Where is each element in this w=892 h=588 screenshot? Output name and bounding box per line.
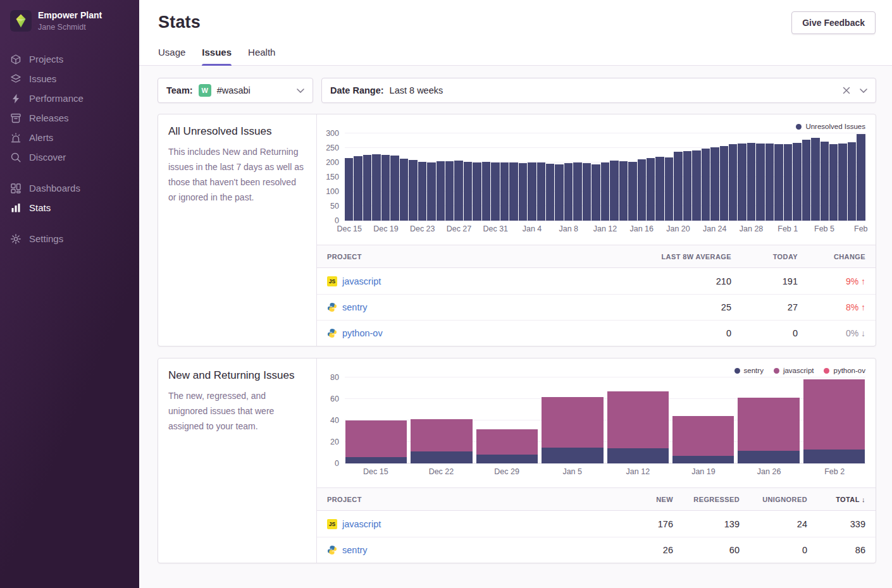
unresolved-bar [702,149,710,221]
unresolved-bar [390,156,399,221]
unresolved-bar [765,144,774,221]
legend-item[interactable]: javascript [774,365,814,376]
sidebar-item-stats[interactable]: Stats [10,198,129,217]
content-scroll[interactable]: Team: W #wasabi Date Range: Last 8 weeks… [139,66,892,588]
unresolved-bar [583,163,591,221]
trend-up-icon: ↑ [861,276,865,286]
project-link[interactable]: javascript [342,519,381,529]
x-axis-label: Feb 1 [777,224,798,233]
sidebar-item-releases[interactable]: Releases [10,108,129,128]
regressed-cell: 139 [673,519,740,529]
x-axis: Dec 15Dec 19Dec 23Dec 27Dec 31Jan 4Jan 8… [345,224,865,238]
sidebar-item-label: Settings [29,233,63,244]
x-axis-label: Dec 31 [483,224,508,233]
unresolved-bar [802,140,810,221]
sidebar-item-issues[interactable]: Issues [10,69,129,89]
x-axis-label: Jan 20 [666,224,690,233]
legend-item[interactable]: sentry [734,365,764,376]
project-link[interactable]: javascript [342,276,381,286]
unresolved-bar [665,157,673,221]
tab-issues[interactable]: Issues [202,47,232,65]
sidebar-item-label: Stats [29,202,51,213]
sentry-segment [607,448,669,463]
unresolved-bar [354,156,362,221]
new-returning-panel-main: sentryjavascriptpython-ov 020406080 Dec … [317,358,876,563]
x-axis-label: Jan 5 [542,467,604,481]
javascript-segment [411,419,472,451]
project-cell: sentry [327,302,579,312]
y-axis-label: 250 [326,144,339,152]
unresolved-chart: Unresolved Issues 050100150200250300 Dec… [317,114,876,238]
tab-usage[interactable]: Usage [158,47,185,65]
sidebar-item-performance[interactable]: Performance [10,89,129,108]
sentry-segment [672,456,734,463]
discover-icon [10,152,22,163]
sidebar-item-projects[interactable]: Projects [10,49,129,69]
unresolved-bar [555,164,563,221]
y-axis: 050100150200250300 [323,133,345,221]
x-axis-label: Jan 8 [559,224,578,233]
date-range-controls [843,87,867,94]
panel-title: New and Returning Issues [168,369,306,382]
sidebar-item-alerts[interactable]: Alerts [10,128,129,147]
col-total-sort[interactable]: TOTAL ↓ [807,496,865,503]
project-cell: JS javascript [327,276,579,286]
y-axis-label: 50 [330,202,339,211]
project-link[interactable]: sentry [342,302,368,312]
x-axis-label: Jan 19 [672,467,734,481]
date-range-label: Date Range: [330,85,384,95]
team-select[interactable]: Team: W #wasabi [158,78,313,103]
unresolved-bar [528,162,536,221]
legend-dot [824,368,829,374]
javascript-segment [803,379,865,450]
projects-icon [10,54,22,65]
sidebar-item-settings[interactable]: Settings [10,229,129,248]
legend-item[interactable]: Unresolved Issues [796,121,865,132]
change-cell: 0% ↓ [798,328,865,338]
org-switcher[interactable]: Empower Plant Jane Schmidt [0,0,139,42]
legend-label: sentry [744,367,764,374]
project-cell: JS javascript [327,519,597,529]
give-feedback-button[interactable]: Give Feedback [791,11,876,34]
sidebar-item-dashboards[interactable]: Dashboards [10,178,129,198]
stacked-bar-chart-plot [345,377,865,463]
unresolved-panel-description: All Unresolved Issues This includes New … [158,114,317,346]
col-avg: LAST 8W AVERAGE [579,253,731,260]
trend-down-icon: ↓ [861,328,865,338]
stacked-bar [738,377,799,463]
bar-chart-plot [345,133,865,221]
clear-icon[interactable] [843,87,850,94]
sidebar-item-discover[interactable]: Discover [10,147,129,167]
unresolved-bar [500,162,509,221]
new-returning-panel-description: New and Returning Issues The new, regres… [158,358,317,563]
legend-item[interactable]: python-ov [824,365,865,376]
user-name: Jane Schmidt [38,23,102,32]
sentry-segment [476,455,538,463]
y-axis-label: 200 [326,158,339,167]
project-link[interactable]: sentry [342,545,368,555]
sidebar-item-label: Alerts [29,132,53,143]
unresolved-bar [400,159,408,221]
sidebar-item-label: Dashboards [29,183,80,193]
org-name: Empower Plant [38,10,102,21]
unresolved-bar [857,134,865,221]
date-range-select[interactable]: Date Range: Last 8 weeks [321,78,876,103]
org-logo-icon [10,10,32,32]
y-axis-label: 300 [326,129,339,138]
unresolved-bar [573,162,581,221]
unresolved-bar [619,161,628,221]
tab-health[interactable]: Health [248,47,275,65]
x-axis-label: Jan 16 [629,224,654,233]
col-change: CHANGE [798,253,865,260]
stats-icon [10,202,22,214]
javascript-segment [345,420,407,457]
unresolved-bar [537,162,545,221]
chart-area: 020406080 [323,377,865,463]
unresolved-bar [655,157,664,221]
x-axis-label: Feb [854,224,868,233]
unresolved-bar [848,142,856,221]
unresolved-bar [838,144,846,221]
unresolved-bar [747,143,755,221]
python-platform-icon [327,328,337,338]
project-link[interactable]: python-ov [342,328,383,338]
